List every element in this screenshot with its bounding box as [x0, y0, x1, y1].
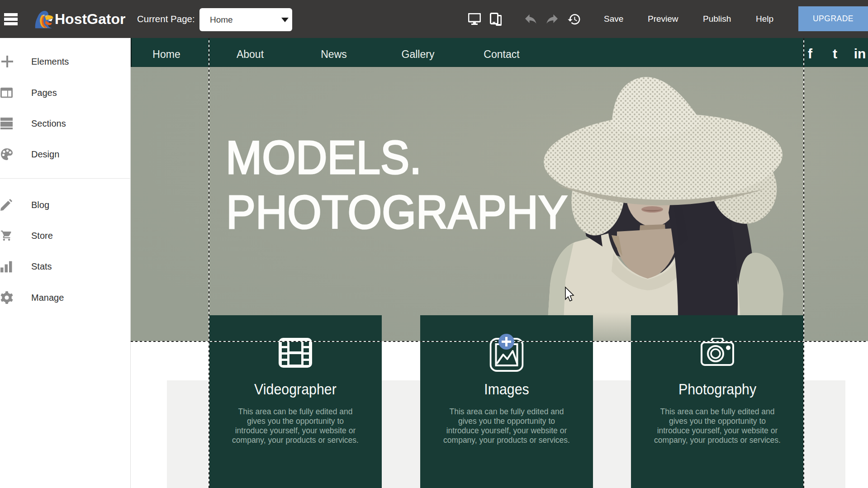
svg-text:PHOTOGRAPHY: PHOTOGRAPHY — [226, 186, 568, 238]
svg-text:MODELS.: MODELS. — [226, 131, 422, 184]
